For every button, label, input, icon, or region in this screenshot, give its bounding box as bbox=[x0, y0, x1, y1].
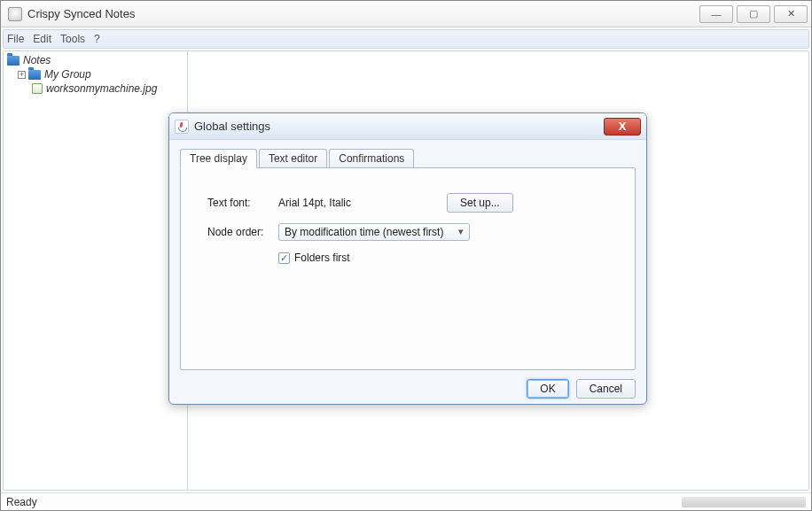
tree-label: My Group bbox=[44, 68, 91, 81]
maximize-button[interactable]: ▢ bbox=[737, 5, 770, 23]
window-title: Crispy Synced Notes bbox=[27, 7, 135, 20]
dialog-footer: OK Cancel bbox=[180, 370, 636, 399]
row-node-order: Node order: By modification time (newest… bbox=[207, 223, 608, 241]
ok-button[interactable]: OK bbox=[527, 379, 568, 399]
dialog-titlebar[interactable]: Global settings X bbox=[169, 113, 646, 140]
app-icon bbox=[8, 7, 22, 21]
cancel-button[interactable]: Cancel bbox=[576, 379, 636, 399]
image-file-icon bbox=[32, 83, 43, 94]
main-titlebar[interactable]: Crispy Synced Notes — ▢ ✕ bbox=[1, 1, 811, 27]
setup-button[interactable]: Set up... bbox=[447, 193, 513, 213]
status-text: Ready bbox=[6, 496, 37, 508]
menu-edit[interactable]: Edit bbox=[33, 33, 51, 45]
node-order-select[interactable]: By modification time (newest first) bbox=[278, 223, 470, 241]
tab-pane: Text font: Arial 14pt, Italic Set up... … bbox=[180, 167, 636, 370]
menu-file[interactable]: File bbox=[7, 33, 24, 45]
tree-label: Notes bbox=[23, 54, 51, 66]
window-controls: — ▢ ✕ bbox=[696, 5, 808, 23]
resize-grip[interactable] bbox=[682, 497, 806, 507]
menubar: File Edit Tools ? bbox=[3, 29, 809, 49]
tab-text-editor[interactable]: Text editor bbox=[259, 149, 327, 167]
tree-node-file[interactable]: worksonmymachine.jpg bbox=[5, 81, 185, 96]
folder-icon bbox=[28, 70, 41, 80]
minimize-button[interactable]: — bbox=[699, 5, 733, 23]
menu-help[interactable]: ? bbox=[94, 33, 100, 45]
tree-node-group[interactable]: + My Group bbox=[5, 67, 185, 81]
row-text-font: Text font: Arial 14pt, Italic Set up... bbox=[207, 193, 608, 213]
java-icon bbox=[175, 120, 189, 134]
menu-tools[interactable]: Tools bbox=[60, 33, 85, 45]
close-button[interactable]: ✕ bbox=[774, 5, 808, 23]
text-font-label: Text font: bbox=[207, 197, 278, 209]
node-order-value: By modification time (newest first) bbox=[285, 226, 443, 238]
tabs-row: Tree display Text editor Confirmations bbox=[180, 149, 636, 167]
folders-first-label: Folders first bbox=[294, 252, 350, 264]
folder-icon bbox=[7, 56, 20, 66]
tree-panel[interactable]: Notes + My Group worksonmymachine.jpg bbox=[4, 51, 188, 490]
row-folders-first: ✓ Folders first bbox=[207, 252, 608, 264]
tree-label: worksonmymachine.jpg bbox=[46, 82, 157, 95]
folders-first-checkbox[interactable]: ✓ bbox=[278, 252, 290, 264]
tab-tree-display[interactable]: Tree display bbox=[180, 149, 257, 168]
text-font-value: Arial 14pt, Italic bbox=[278, 197, 447, 209]
statusbar: Ready bbox=[1, 492, 811, 510]
dialog-body: Tree display Text editor Confirmations T… bbox=[169, 140, 646, 404]
tree-node-root[interactable]: Notes bbox=[5, 53, 185, 67]
dialog-title: Global settings bbox=[194, 120, 270, 133]
settings-dialog: Global settings X Tree display Text edit… bbox=[168, 112, 647, 405]
tab-confirmations[interactable]: Confirmations bbox=[329, 149, 414, 167]
expander-icon[interactable]: + bbox=[18, 71, 26, 79]
dialog-close-button[interactable]: X bbox=[604, 118, 641, 135]
node-order-label: Node order: bbox=[207, 226, 278, 238]
